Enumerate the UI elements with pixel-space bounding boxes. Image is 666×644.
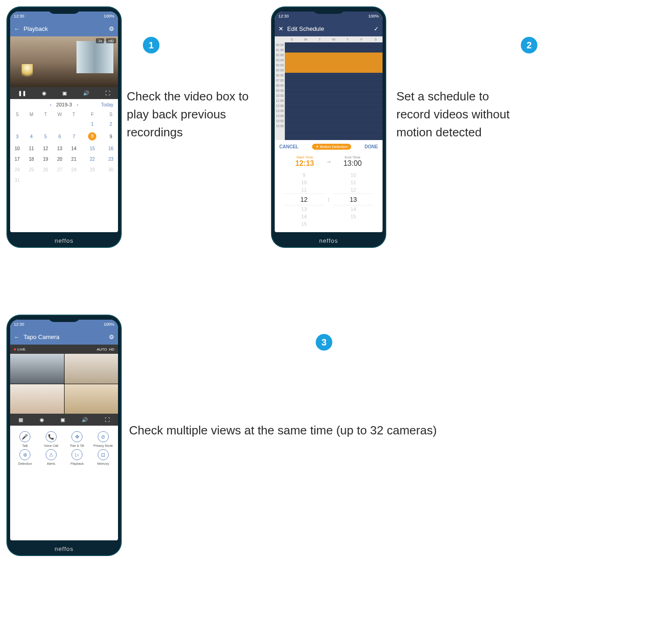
cal-day[interactable]: 27 bbox=[53, 164, 67, 175]
time-picker[interactable]: 9 10 11 12 13 14 15 : 10 11 12 13 14 bbox=[275, 170, 383, 232]
feature-pan-tilt[interactable]: ✥Pan & Tilt bbox=[65, 431, 89, 447]
video-preview[interactable]: 1x HD ❚❚ ◉ ▣ 🔊 ⛶ bbox=[10, 36, 118, 99]
speed-badge[interactable]: 1x bbox=[96, 38, 104, 43]
pause-icon[interactable]: ❚❚ bbox=[18, 90, 26, 96]
cal-day[interactable]: 3 bbox=[10, 129, 24, 143]
chevron-left-icon[interactable]: ‹ bbox=[50, 102, 52, 107]
step-badge-3: 3 bbox=[316, 334, 332, 351]
cal-day[interactable]: 5 bbox=[38, 129, 53, 143]
calendar-month[interactable]: 2019-3 bbox=[56, 102, 72, 107]
cal-day[interactable]: 31 bbox=[10, 175, 24, 186]
multi-view[interactable] bbox=[10, 354, 118, 414]
hd-badge[interactable]: HD bbox=[109, 347, 114, 351]
cal-day[interactable]: 9 bbox=[104, 129, 118, 143]
cal-day[interactable]: 14 bbox=[67, 143, 81, 154]
cal-day[interactable]: 26 bbox=[38, 164, 53, 175]
calendar-body: 12 3456789 10111213141516 17181920212223… bbox=[10, 119, 118, 186]
phone-brand: neffos bbox=[272, 237, 385, 244]
camera-tile[interactable] bbox=[10, 384, 64, 414]
cal-day-selected[interactable]: 8 bbox=[81, 129, 104, 143]
feature-memory[interactable]: ⊡Memory bbox=[91, 449, 116, 465]
fullscreen-icon[interactable]: ⛶ bbox=[105, 90, 110, 96]
detection-icon: ⊕ bbox=[19, 449, 30, 460]
feature-voice-call[interactable]: 📞Voice Call bbox=[39, 431, 64, 447]
start-time[interactable]: Start Time 12:13 bbox=[284, 155, 325, 168]
sched-day: S bbox=[285, 36, 299, 42]
cal-day[interactable]: 16 bbox=[104, 143, 118, 154]
cal-day[interactable]: 18 bbox=[24, 154, 39, 164]
caption-2: Set a schedule to record videos without … bbox=[396, 88, 525, 141]
back-icon[interactable]: ← bbox=[14, 25, 20, 32]
feature-privacy[interactable]: ⊘Privacy Mode bbox=[91, 431, 116, 447]
feature-label: Privacy Mode bbox=[94, 444, 113, 447]
status-time: 12:30 bbox=[278, 14, 289, 18]
cal-day[interactable]: 12 bbox=[38, 143, 53, 154]
cal-day[interactable]: 29 bbox=[81, 164, 104, 175]
caption-1: Check the video box to play back previou… bbox=[127, 88, 251, 141]
screen-playback: 12:30 100% ← Playback ⚙ 1x HD bbox=[10, 12, 118, 232]
gear-icon[interactable]: ⚙ bbox=[109, 334, 114, 340]
cal-day[interactable]: 6 bbox=[53, 129, 67, 143]
feature-playback[interactable]: ▷Playback bbox=[65, 449, 89, 465]
screen-schedule: 12:30 100% ✕ Edit Schedule ✓ S M T W T F… bbox=[275, 12, 383, 232]
cal-day[interactable]: 7 bbox=[67, 129, 81, 143]
cal-day[interactable]: 2 bbox=[104, 119, 118, 129]
mode-pill[interactable]: ✦ Motion Detection bbox=[312, 144, 351, 150]
phone-notch bbox=[48, 7, 80, 14]
feature-label: Voice Call bbox=[44, 444, 58, 447]
cal-day[interactable]: 20 bbox=[53, 154, 67, 164]
close-icon[interactable]: ✕ bbox=[278, 25, 283, 32]
grid-icon[interactable]: ▦ bbox=[18, 417, 23, 423]
feature-detection[interactable]: ⊕Detection bbox=[13, 449, 37, 465]
back-icon[interactable]: ← bbox=[14, 334, 20, 340]
panel-2: 12:30 100% ✕ Edit Schedule ✓ S M T W T F… bbox=[258, 0, 666, 274]
cal-day[interactable]: 19 bbox=[38, 154, 53, 164]
cal-day[interactable]: 13 bbox=[53, 143, 67, 154]
cal-day[interactable]: 17 bbox=[10, 154, 24, 164]
cal-day[interactable]: 11 bbox=[24, 143, 39, 154]
picker-minutes[interactable]: 10 11 12 13 14 15 bbox=[333, 171, 373, 228]
picker-hours[interactable]: 9 10 11 12 13 14 15 bbox=[284, 171, 324, 228]
cal-day[interactable]: 21 bbox=[67, 154, 81, 164]
gear-icon[interactable]: ⚙ bbox=[109, 25, 114, 32]
cal-day[interactable]: 23 bbox=[104, 154, 118, 164]
cal-day[interactable]: 28 bbox=[67, 164, 81, 175]
volume-icon[interactable]: 🔊 bbox=[83, 90, 89, 96]
today-link[interactable]: Today bbox=[101, 102, 113, 107]
schedule-body[interactable] bbox=[285, 42, 383, 140]
schedule-grid[interactable]: 00:0001:0002:0003:0004:0005:0006:0007:00… bbox=[275, 42, 383, 140]
camera-tile[interactable] bbox=[65, 354, 118, 384]
step-badge-2: 2 bbox=[521, 37, 537, 53]
schedule-block[interactable] bbox=[285, 53, 383, 73]
feature-alerts[interactable]: ⚠Alerts bbox=[39, 449, 64, 465]
cal-day[interactable]: 25 bbox=[24, 164, 39, 175]
camera-tile[interactable] bbox=[10, 354, 64, 384]
chevron-right-icon[interactable]: › bbox=[77, 102, 78, 107]
cal-day[interactable]: 30 bbox=[104, 164, 118, 175]
cancel-button[interactable]: CANCEL bbox=[279, 144, 299, 149]
camera-tile[interactable] bbox=[65, 384, 118, 414]
check-icon[interactable]: ✓ bbox=[374, 25, 379, 32]
cal-day[interactable]: 22 bbox=[81, 154, 104, 164]
cal-day[interactable]: 4 bbox=[24, 129, 39, 143]
volume-icon[interactable]: 🔊 bbox=[82, 417, 88, 423]
screen-tapo: 12:30 100% ← Tapo Camera ⚙ LIVE AUTO HD bbox=[10, 320, 118, 540]
cal-day[interactable]: 10 bbox=[10, 143, 24, 154]
cal-day[interactable]: 15 bbox=[81, 143, 104, 154]
cal-day[interactable]: 1 bbox=[81, 119, 104, 129]
cal-day[interactable]: 24 bbox=[10, 164, 24, 175]
sched-day: T bbox=[313, 36, 327, 42]
auto-badge[interactable]: AUTO bbox=[97, 347, 107, 351]
panel-3-phone: 12:30 100% ← Tapo Camera ⚙ LIVE AUTO HD bbox=[0, 274, 258, 644]
phone-notch bbox=[312, 7, 345, 14]
done-button[interactable]: DONE bbox=[365, 144, 378, 149]
record-icon[interactable]: ▣ bbox=[60, 417, 65, 423]
quality-badge[interactable]: HD bbox=[106, 38, 116, 43]
day-header: S bbox=[104, 110, 118, 119]
feature-talk[interactable]: 🎤Talk bbox=[13, 431, 37, 447]
camera-icon[interactable]: ◉ bbox=[40, 417, 44, 423]
fullscreen-icon[interactable]: ⛶ bbox=[105, 417, 110, 422]
end-time[interactable]: End Time 13:00 bbox=[332, 155, 373, 168]
record-icon[interactable]: ▣ bbox=[62, 90, 67, 96]
camera-icon[interactable]: ◉ bbox=[42, 90, 47, 96]
